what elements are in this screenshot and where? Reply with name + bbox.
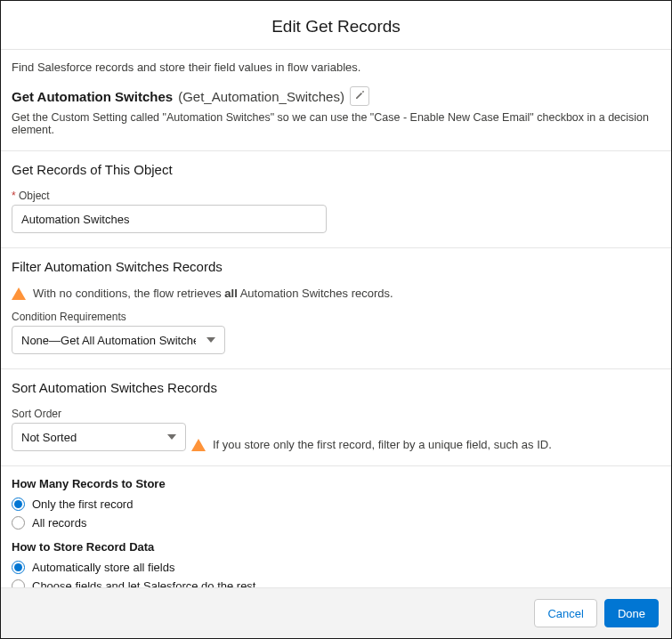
filter-warning-row: With no conditions, the flow retrieves a… <box>12 287 660 300</box>
element-api-name: (Get_Automation_Switches) <box>178 89 344 104</box>
radio-label: Automatically store all fields <box>32 561 174 574</box>
radio-label: Only the first record <box>32 497 133 511</box>
sort-section-heading: Sort Automation Switches Records <box>12 380 660 395</box>
object-section: Get Records of This Object Object <box>1 151 671 248</box>
radio-icon <box>12 516 25 530</box>
radio-label: Choose fields and let Salesforce do the … <box>32 579 255 587</box>
intro-text: Find Salesforce records and store their … <box>12 61 660 74</box>
radio-icon <box>12 579 25 587</box>
done-button[interactable]: Done <box>604 599 659 627</box>
store-section: How Many Records to Store Only the first… <box>1 466 671 587</box>
element-title-row: Get Automation Switches (Get_Automation_… <box>12 86 660 106</box>
element-description: Get the Custom Setting called "Automatio… <box>12 111 660 136</box>
warning-icon <box>191 439 206 451</box>
object-field-label: Object <box>12 190 660 202</box>
how-store-heading: How to Store Record Data <box>12 540 660 554</box>
modal-content: Find Salesforce records and store their … <box>1 50 671 587</box>
sort-order-label: Sort Order <box>12 408 186 420</box>
element-label: Get Automation Switches <box>12 89 173 104</box>
sort-hint-row: If you store only the first record, filt… <box>191 438 552 451</box>
radio-all-records[interactable]: All records <box>12 516 660 530</box>
object-section-heading: Get Records of This Object <box>12 162 660 177</box>
modal-header: Edit Get Records <box>1 1 671 50</box>
warning-icon <box>12 287 26 300</box>
object-input[interactable] <box>12 205 327 233</box>
modal-title: Edit Get Records <box>1 17 671 36</box>
radio-label: All records <box>32 516 86 530</box>
sort-section: Sort Automation Switches Records Sort Or… <box>1 369 671 466</box>
radio-only-first[interactable]: Only the first record <box>12 497 660 511</box>
radio-icon <box>12 561 25 574</box>
sort-hint-text: If you store only the first record, filt… <box>213 438 552 451</box>
sort-order-select[interactable]: Not Sorted <box>12 423 186 451</box>
filter-section-heading: Filter Automation Switches Records <box>12 259 660 274</box>
cancel-button[interactable]: Cancel <box>534 599 596 627</box>
filter-section: Filter Automation Switches Records With … <box>1 248 671 369</box>
condition-label: Condition Requirements <box>12 311 660 323</box>
pencil-icon <box>354 90 365 103</box>
how-many-heading: How Many Records to Store <box>12 477 660 490</box>
radio-icon <box>12 497 25 511</box>
condition-select-wrap: None—Get All Automation Switches ... <box>12 326 225 354</box>
condition-select[interactable]: None—Get All Automation Switches ... <box>12 326 225 354</box>
filter-warning-text: With no conditions, the flow retrieves a… <box>33 287 393 300</box>
edit-name-button[interactable] <box>350 86 369 106</box>
modal-footer: Cancel Done <box>1 587 671 638</box>
radio-auto-store[interactable]: Automatically store all fields <box>12 561 660 574</box>
intro-section: Find Salesforce records and store their … <box>1 50 671 151</box>
sort-select-wrap: Not Sorted <box>12 423 186 451</box>
radio-choose-fields[interactable]: Choose fields and let Salesforce do the … <box>12 579 660 587</box>
